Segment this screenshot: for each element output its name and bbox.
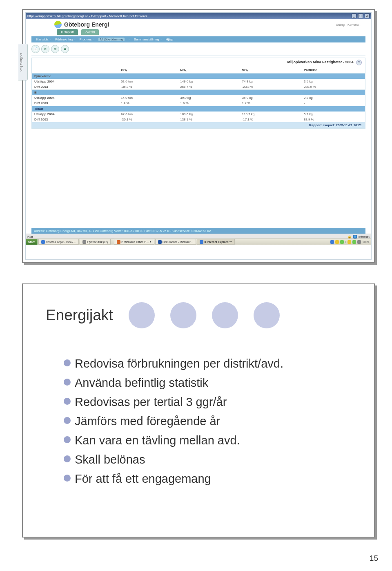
ie-titlebar: https://erapportskriv.tkk.goteborgenergi…: [26, 13, 371, 19]
divider: [31, 56, 365, 56]
bullet-icon: [64, 398, 71, 405]
taskbar-item-active[interactable]: 3 Internet Explorer ▾: [197, 239, 235, 245]
tray-icon[interactable]: [352, 240, 356, 244]
section-totalt: Totalt: [32, 106, 365, 112]
report-title: Miljöpåverkan Mina Fastigheter - 2004: [287, 60, 353, 64]
tray-shield-icon[interactable]: [335, 240, 339, 244]
address-footer: Adress: Göteborg Energi AB, Box 53, 401 …: [31, 228, 365, 234]
minimize-icon[interactable]: _: [352, 13, 356, 18]
col-co2: CO₂: [118, 67, 178, 74]
tray-network-icon[interactable]: [340, 240, 344, 244]
window-controls: _ ▢ X: [351, 13, 370, 18]
taskbar-item[interactable]: Flyttbar disk (E:): [80, 239, 111, 245]
outlook-icon: [41, 240, 45, 244]
table-row: Utsläpp 2004 14.0 ton 39.0 kg 35.9 kg 2.…: [32, 95, 365, 100]
decor-circle: [170, 302, 196, 328]
list-item: Skall belönas: [64, 451, 341, 469]
taskbar-item[interactable]: Thomas Lepik - Inbox…: [38, 239, 79, 245]
table-row: Diff 2003 -35.3 % 266.7 % -23.8 % 288.9 …: [32, 84, 365, 90]
list-item: Jämförs med föregående år: [64, 412, 341, 430]
menubar: Startsida - Förbrukning - Prognos - Milj…: [31, 36, 365, 42]
slide-title-row: Energijakt: [46, 302, 280, 328]
bullet-icon: [64, 455, 71, 462]
toolbar-refresh-icon[interactable]: ⟳: [41, 45, 49, 53]
tray-ie-icon[interactable]: [330, 240, 334, 244]
chevron-down-icon: ▾: [150, 240, 151, 243]
taskbar-item[interactable]: 2 Microsoft Office P… ▾: [114, 239, 154, 245]
powerpoint-icon: [117, 240, 120, 244]
bullet-list: Redovisa förbrukningen per distrikt/avd.…: [64, 354, 341, 489]
system-tray: « 10:21: [329, 240, 371, 244]
report-panel: Miljöpåverkan Mina Fastigheter - 2004 ? …: [31, 58, 365, 129]
list-item: Redovisas per tertial 3 ggr/år: [64, 393, 341, 411]
table-row: Utsläpp 2004 53.6 ton 149.6 kg 74.8 kg 3…: [32, 79, 365, 84]
menu-hjalp[interactable]: Hjälp: [166, 38, 173, 41]
brand-name: Göteborg Energi: [64, 21, 109, 28]
ie-viewport: Välj fastighet Göteborg Energi Stäng - K…: [26, 19, 371, 245]
taskbar-item[interactable]: Dokument5 - Microsof…: [155, 239, 196, 245]
list-item: Använda befintlig statistik: [64, 374, 341, 392]
col-nox: NOₓ: [178, 67, 239, 74]
disk-icon: [82, 240, 86, 244]
top-tabs: e-rapport Admin: [26, 28, 371, 36]
report-footer: Rapport skapad: 2005-11-21 10:21: [32, 122, 365, 128]
section-el: El: [32, 90, 365, 96]
slide-1-frame: https://erapportskriv.tkk.goteborgenergi…: [22, 9, 375, 263]
bullet-icon: [64, 475, 71, 482]
ie-window-title: https://erapportskriv.tkk.goteborgenergi…: [27, 14, 147, 18]
brand-right-links[interactable]: Stäng - Kontakt -: [336, 23, 361, 27]
brand-row: Göteborg Energi Stäng - Kontakt -: [26, 19, 371, 28]
start-button[interactable]: Start: [26, 239, 38, 245]
goteborg-energi-icon: [54, 20, 62, 29]
toolbar-pdf-icon[interactable]: 📄: [31, 45, 40, 53]
tray-icon[interactable]: [347, 240, 351, 244]
col-so2: SO₂: [240, 67, 301, 74]
table-row: Diff 2003 1.4 % 1.6 % 1.7 % -: [32, 100, 365, 106]
toolbar-excel-icon[interactable]: ⊞: [51, 45, 59, 53]
col-partiklar: Partiklar: [301, 67, 365, 74]
decor-circle: [129, 302, 155, 328]
menu-forbrukning[interactable]: Förbrukning -: [55, 38, 75, 41]
maximize-icon[interactable]: ▢: [358, 13, 363, 18]
bullet-icon: [64, 417, 71, 424]
report-table: CO₂ NOₓ SO₂ Partiklar Fjärrvärme Utsläpp…: [32, 67, 365, 122]
toolbar-print-icon[interactable]: 🖶: [61, 45, 69, 53]
table-row: Utsläpp 2004 67.6 ton 188.6 kg 110.7 kg …: [32, 112, 365, 117]
tab-erapport[interactable]: e-rapport: [57, 29, 78, 35]
ie-window: https://erapportskriv.tkk.goteborgenergi…: [25, 12, 372, 260]
menu-miljobedomning[interactable]: Miljöbedömning: [98, 38, 125, 41]
bullet-icon: [64, 379, 71, 386]
menu-prognos[interactable]: Prognos -: [80, 38, 94, 41]
bullet-icon: [64, 359, 71, 366]
side-tab-choose-property[interactable]: Välj fastighet: [18, 44, 28, 80]
windows-taskbar: Start Thomas Lepik - Inbox… Flyttbar dis…: [26, 239, 371, 245]
page-number: 15: [370, 554, 378, 563]
help-icon[interactable]: ?: [356, 60, 362, 65]
menu-startsida[interactable]: Startsida -: [36, 38, 51, 41]
list-item: Kan vara en tävling mellan avd.: [64, 431, 341, 450]
bullet-icon: [64, 436, 71, 443]
decor-circle: [212, 302, 238, 328]
list-item: För att få ett engagemang: [64, 470, 341, 488]
table-header-row: CO₂ NOₓ SO₂ Partiklar: [32, 67, 365, 74]
ie-icon: [200, 240, 203, 244]
slide-2-frame: Energijakt Redovisa förbrukningen per di…: [22, 283, 375, 538]
status-text: Klar: [27, 235, 33, 239]
word-icon: [158, 240, 162, 244]
tab-admin[interactable]: Admin: [81, 29, 99, 35]
zone-label: Internet: [359, 235, 370, 239]
clock: 10:21: [362, 241, 370, 243]
list-item: Redovisa förbrukningen per distrikt/avd.: [64, 355, 341, 373]
report-title-row: Miljöpåverkan Mina Fastigheter - 2004 ?: [32, 58, 365, 67]
tray-icon[interactable]: [357, 240, 361, 244]
menu-sammanstallning[interactable]: Sammanställning -: [134, 38, 162, 41]
toolbar: 📄 ⟳ ⊞ 🖶: [26, 42, 371, 56]
chevron-down-icon: ▾: [230, 240, 232, 243]
close-icon[interactable]: X: [365, 13, 370, 18]
table-row: Diff 2003 -30.1 % 138.1 % -17.1 % 83.9 %: [32, 117, 365, 122]
slide-title: Energijakt: [46, 307, 113, 324]
section-fjarrvarme: Fjärrvärme: [32, 74, 365, 79]
lock-icon: 🔒: [347, 235, 352, 239]
decor-circle: [254, 302, 280, 328]
globe-icon: [353, 235, 357, 239]
